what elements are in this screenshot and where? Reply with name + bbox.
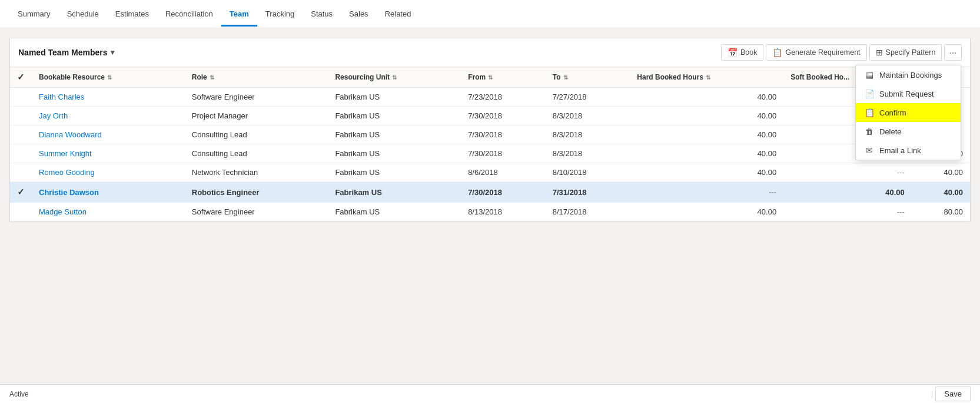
nav-item-estimates[interactable]: Estimates (107, 1, 157, 27)
table-row[interactable]: Faith CharlesSoftware EngineerFabrikam U… (10, 88, 970, 107)
soft-booked-cell: --- (783, 203, 912, 222)
col-resourcing-unit[interactable]: Resourcing Unit⇅ (328, 67, 461, 88)
nav-item-summary[interactable]: Summary (9, 1, 59, 27)
chevron-down-icon[interactable]: ▾ (111, 48, 114, 57)
resource-cell[interactable]: Dianna Woodward (32, 125, 185, 144)
from-cell: 7/30/2018 (461, 107, 546, 125)
row-check[interactable] (10, 107, 32, 125)
resource-link[interactable]: Faith Charles (39, 93, 84, 101)
nav-item-reconciliation[interactable]: Reconciliation (157, 1, 221, 27)
hard-booked-cell: 40.00 (630, 107, 783, 125)
table-row[interactable]: ✓Christie DawsonRobotics EngineerFabrika… (10, 182, 970, 203)
resource-link[interactable]: Dianna Woodward (39, 130, 102, 139)
hard-booked-cell: 40.00 (630, 163, 783, 182)
table-row[interactable]: Romeo GoodingNetwork TechnicianFabrikam … (10, 163, 970, 182)
nav-item-status[interactable]: Status (303, 1, 341, 27)
table-container: ✓Bookable Resource⇅Role⇅Resourcing Unit⇅… (10, 67, 970, 222)
from-cell: 8/13/2018 (461, 203, 546, 222)
to-cell: 7/27/2018 (546, 88, 630, 107)
table-row[interactable]: Madge SuttonSoftware EngineerFabrikam US… (10, 203, 970, 222)
nav-item-sales[interactable]: Sales (341, 1, 377, 27)
hard-booked-cell: --- (630, 182, 783, 203)
extra-cell: 40.00 (912, 163, 970, 182)
generate-requirement-button[interactable]: 📋 Generate Requirement (766, 44, 866, 61)
col-from[interactable]: From⇅ (461, 67, 546, 88)
from-cell: 7/30/2018 (461, 144, 546, 163)
nav-item-team[interactable]: Team (221, 1, 257, 27)
soft-booked-cell: 40.00 (783, 182, 912, 203)
nav-item-related[interactable]: Related (377, 1, 420, 27)
role-cell: Software Engineer (185, 203, 328, 222)
unit-cell: Fabrikam US (328, 144, 461, 163)
unit-cell: Fabrikam US (328, 88, 461, 107)
to-cell: 8/17/2018 (546, 203, 630, 222)
named-team-members-card: Named Team Members ▾ 📅 Book 📋 Generate R… (9, 38, 971, 222)
dropdown-item-delete[interactable]: 🗑Delete (856, 122, 961, 141)
dropdown-menu: ▤Maintain Bookings📄Submit Request📋Confir… (855, 65, 961, 160)
dropdown-item-maintain-bookings[interactable]: ▤Maintain Bookings (856, 65, 961, 84)
row-check[interactable]: ✓ (10, 182, 32, 203)
sort-icon: ⇅ (563, 74, 568, 81)
dropdown-item-email-a-link[interactable]: ✉Email a Link (856, 141, 961, 160)
resource-cell[interactable]: Madge Sutton (32, 203, 185, 222)
sort-icon: ⇅ (706, 74, 710, 81)
role-cell: Network Technician (185, 163, 328, 182)
dropdown-item-confirm[interactable]: 📋Confirm (856, 103, 961, 122)
resource-cell[interactable]: Christie Dawson (32, 182, 185, 203)
generate-icon: 📋 (772, 48, 782, 57)
specify-pattern-button[interactable]: ⊞ Specify Pattern (869, 44, 942, 61)
nav-item-schedule[interactable]: Schedule (59, 1, 107, 27)
save-button[interactable]: Save (935, 387, 971, 401)
role-cell: Project Manager (185, 107, 328, 125)
resource-cell[interactable]: Faith Charles (32, 88, 185, 107)
hard-booked-cell: 40.00 (630, 203, 783, 222)
menu-item-icon: 📋 (864, 108, 875, 117)
to-cell: 8/10/2018 (546, 163, 630, 182)
table-row[interactable]: Summer KnightConsulting LeadFabrikam US7… (10, 144, 970, 163)
from-cell: 7/23/2018 (461, 88, 546, 107)
menu-item-icon: ▤ (864, 70, 875, 80)
table-row[interactable]: Dianna WoodwardConsulting LeadFabrikam U… (10, 125, 970, 144)
more-options-button[interactable]: ··· ▤Maintain Bookings📄Submit Request📋Co… (944, 44, 962, 61)
from-cell: 7/30/2018 (461, 182, 546, 203)
menu-item-icon: 🗑 (864, 127, 875, 136)
book-icon: 📅 (727, 48, 738, 57)
pattern-icon: ⊞ (876, 48, 883, 57)
row-check[interactable] (10, 88, 32, 107)
row-check[interactable] (10, 125, 32, 144)
col-hard-booked-hours[interactable]: Hard Booked Hours⇅ (630, 67, 783, 88)
status-bar: Active | Save (0, 384, 980, 403)
from-cell: 7/30/2018 (461, 125, 546, 144)
to-cell: 7/31/2018 (546, 182, 630, 203)
resource-link[interactable]: Christie Dawson (39, 188, 99, 197)
resource-link[interactable]: Summer Knight (39, 149, 92, 158)
card-title: Named Team Members ▾ (18, 48, 114, 57)
resource-cell[interactable]: Jay Orth (32, 107, 185, 125)
sort-icon: ⇅ (488, 74, 493, 81)
select-all-header[interactable]: ✓ (10, 67, 32, 88)
nav-item-tracking[interactable]: Tracking (257, 1, 303, 27)
hard-booked-cell: 40.00 (630, 88, 783, 107)
col-bookable-resource[interactable]: Bookable Resource⇅ (32, 67, 185, 88)
card-title-text: Named Team Members (18, 48, 107, 57)
row-check[interactable] (10, 203, 32, 222)
resource-link[interactable]: Jay Orth (39, 111, 68, 120)
table-body: Faith CharlesSoftware EngineerFabrikam U… (10, 88, 970, 222)
book-button[interactable]: 📅 Book (721, 44, 764, 61)
col-role[interactable]: Role⇅ (185, 67, 328, 88)
dropdown-item-submit-request[interactable]: 📄Submit Request (856, 84, 961, 103)
card-header: Named Team Members ▾ 📅 Book 📋 Generate R… (10, 38, 970, 67)
col-to[interactable]: To⇅ (546, 67, 630, 88)
resource-link[interactable]: Romeo Gooding (39, 168, 95, 177)
resource-cell[interactable]: Romeo Gooding (32, 163, 185, 182)
table-row[interactable]: Jay OrthProject ManagerFabrikam US7/30/2… (10, 107, 970, 125)
hard-booked-cell: 40.00 (630, 125, 783, 144)
unit-cell: Fabrikam US (328, 163, 461, 182)
row-check[interactable] (10, 163, 32, 182)
resource-link[interactable]: Madge Sutton (39, 207, 87, 216)
hard-booked-cell: 40.00 (630, 144, 783, 163)
row-check[interactable] (10, 144, 32, 163)
unit-cell: Fabrikam US (328, 203, 461, 222)
resource-cell[interactable]: Summer Knight (32, 144, 185, 163)
sort-icon: ⇅ (210, 74, 214, 81)
